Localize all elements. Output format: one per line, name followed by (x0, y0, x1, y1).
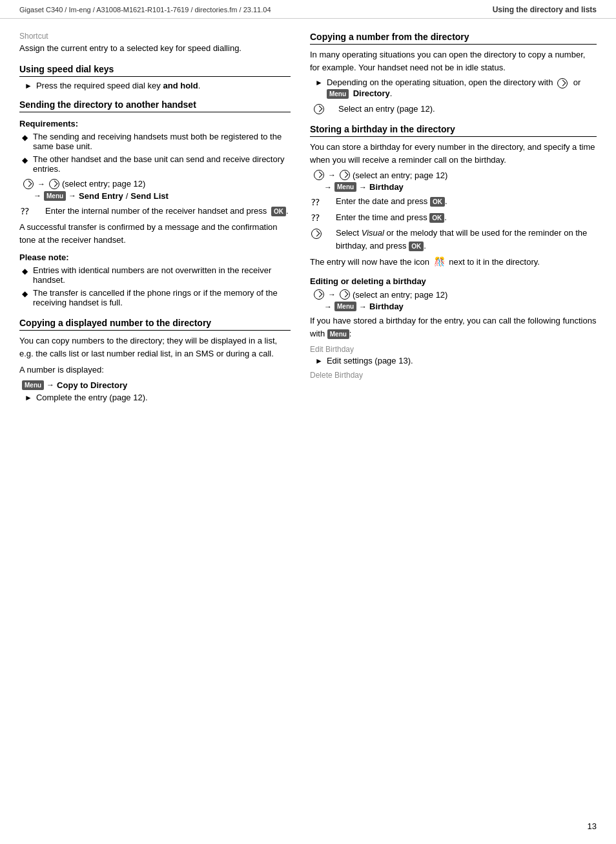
keypad-icon: ⁇ (21, 207, 29, 216)
keypad-step-text: Enter the internal number of the receive… (45, 205, 291, 218)
note1-item: ◆ Entries with identical numbers are not… (19, 265, 291, 285)
select-nav-icon-container (313, 103, 338, 115)
copy-to-dir-label: Copy to Directory (57, 380, 127, 390)
menu-btn-send: Menu (44, 191, 66, 201)
arrow-icon-edit: ► (315, 356, 323, 365)
shortcut-section: Shortcut Assign the current entry to a s… (19, 32, 291, 55)
birthday-label: Birthday (369, 182, 404, 192)
copy-from-item-text: Depending on the operating situation, op… (327, 77, 597, 99)
req1-item: ◆ The sending and receiving handsets mus… (19, 132, 291, 151)
nav-icon-1 (23, 179, 34, 189)
nav-arrow-copy: → (46, 380, 54, 389)
left-column: Shortcut Assign the current entry to a s… (19, 32, 291, 406)
edit-nav-section: → (select an entry; page 12) → Menu → Bi… (313, 289, 597, 311)
bday-arrow-3: → (359, 183, 367, 192)
copy-displayed-heading: Copying a displayed number to the direct… (19, 318, 291, 331)
shortcut-label: Shortcut (19, 32, 291, 41)
send-heading: Sending the directory to another handset (19, 99, 291, 112)
diamond-icon-1: ◆ (22, 133, 28, 142)
date-step: ⁇ Enter the date and press OK. (310, 195, 597, 208)
select-nav-icon (314, 104, 324, 114)
keypad-icon-container: ⁇ (19, 205, 45, 216)
nav-icon-2 (49, 179, 59, 189)
menu-btn-bday: Menu (334, 182, 356, 192)
edit-birthday-section: Edit Birthday ► Edit settings (page 13). (310, 345, 597, 365)
birthday-nav-section: → (select an entry; page 12) → Menu → Bi… (313, 170, 597, 192)
please-note-heading: Please note: (19, 252, 291, 262)
select-entry-text: Select an entry (page 12). (338, 103, 597, 116)
edit-arrow-2: → (324, 302, 332, 311)
birthday-cake-icon: 🎊 (434, 256, 445, 267)
bday-arrow-2: → (324, 183, 332, 192)
bday-arrow-1: → (328, 170, 336, 180)
header: Gigaset C340 / Im-eng / A31008-M1621-R10… (0, 0, 616, 19)
shortcut-text: Assign the current entry to a selected k… (19, 42, 291, 55)
arrow-icon: ► (25, 81, 32, 90)
note2-item: ◆ The transfer is cancelled if the phone… (19, 288, 291, 307)
edit-nav-icon-1 (314, 289, 324, 300)
page-number: 13 (588, 821, 597, 831)
speed-dial-text: Press the required speed dial key and ho… (36, 81, 200, 90)
select-entry-step: Select an entry (page 12). (313, 103, 597, 116)
menu-copy-row: Menu → Copy to Directory (19, 380, 291, 390)
ok-btn-time: OK (429, 213, 444, 223)
edit-settings-item: ► Edit settings (page 13). (310, 356, 597, 365)
date-step-text: Enter the date and press OK. (336, 195, 597, 208)
req1-text: The sending and receiving handsets must … (33, 132, 291, 151)
right-column: Copying a number from the directory In m… (310, 32, 597, 406)
directory-label: Directory (353, 88, 390, 98)
speed-dial-bold: and hold (163, 81, 198, 90)
nav-arrow-2: → (34, 191, 41, 200)
diamond-icon-4: ◆ (22, 289, 28, 298)
req2-text: The other handset and the base unit can … (33, 154, 291, 174)
edit-delete-heading: Editing or deleting a birthday (310, 276, 597, 286)
speed-dial-heading: Using speed dial keys (19, 64, 291, 77)
menu-btn-edit: Menu (334, 302, 356, 311)
bday-nav-icon-2 (340, 170, 350, 180)
nav-row-1: → (select entry; page 12) → Menu → Send … (22, 179, 291, 201)
nav-select-text: (select entry; page 12) (62, 179, 145, 189)
arrow-icon-copy-from: ► (315, 78, 323, 87)
diamond-icon-3: ◆ (22, 267, 28, 276)
arrow-icon-complete: ► (25, 393, 32, 402)
speed-dial-item: ► Press the required speed dial key and … (19, 81, 291, 90)
complete-entry-text: Complete the entry (page 12). (36, 393, 148, 402)
menu-btn-copy: Menu (22, 380, 44, 390)
header-right: Using the directory and lists (493, 5, 597, 14)
note2-text: The transfer is cancelled if the phone r… (33, 288, 291, 307)
send-entry-label: Send Entry (79, 191, 123, 201)
slash: / (126, 191, 128, 201)
visual-step-text: Select Visual or the melody that will be… (336, 227, 597, 252)
send-list-label: Send List (130, 191, 169, 201)
menu-btn-dir: Menu (327, 89, 349, 99)
time-keypad-icon: ⁇ (310, 211, 336, 223)
bday-icon-text: The entry will now have the icon 🎊 next … (310, 255, 597, 269)
time-step-text: Enter the time and press OK. (336, 211, 597, 224)
keypad-step: ⁇ Enter the internal number of the recei… (19, 205, 291, 218)
visual-italic: Visual (362, 228, 384, 238)
ok-btn-1: OK (271, 207, 286, 216)
edit-arrow-3: → (359, 302, 367, 311)
ok-btn-visual: OK (409, 242, 424, 251)
edit-nav-icon-2 (340, 289, 350, 300)
edit-stored-text: If you have stored a birthday for the en… (310, 314, 597, 340)
complete-entry-item: ► Complete the entry (page 12). (19, 393, 291, 402)
copy-from-text: In many operating situations you can ope… (310, 48, 597, 74)
copy-from-heading: Copying a number from the directory (310, 32, 597, 45)
requirements-heading: Requirements: (19, 119, 291, 129)
number-displayed: A number is displayed: (19, 364, 291, 376)
edit-settings-text: Edit settings (page 13). (327, 356, 413, 365)
visual-nav-icon (310, 227, 336, 239)
req2-item: ◆ The other handset and the base unit ca… (19, 154, 291, 174)
dir-icon-1 (557, 78, 568, 88)
bday-nav-text: (select an entry; page 12) (353, 170, 447, 180)
menu-btn-edit2: Menu (327, 329, 349, 339)
edit-birthday-label: Edit Birthday (310, 345, 597, 354)
note1-text: Entries with identical numbers are not o… (33, 265, 291, 285)
main-content: Shortcut Assign the current entry to a s… (0, 19, 616, 418)
date-keypad-icon: ⁇ (310, 195, 336, 207)
copy-displayed-text: You can copy numbers to the directory; t… (19, 335, 291, 360)
edit-arrow-1: → (328, 290, 336, 299)
copy-from-item: ► Depending on the operating situation, … (310, 77, 597, 99)
nav-arrow-3: → (68, 191, 76, 200)
